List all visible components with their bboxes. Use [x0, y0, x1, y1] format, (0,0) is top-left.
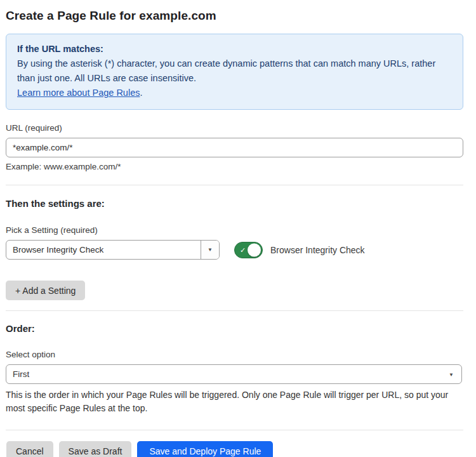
chevron-down-icon[interactable]: ▼: [201, 241, 219, 259]
setting-dropdown-value: Browser Integrity Check: [6, 241, 201, 259]
save-deploy-button[interactable]: Save and Deploy Page Rule: [137, 441, 273, 457]
url-example-text: Example: www.example.com/*: [6, 162, 463, 171]
toggle-knob: [248, 243, 261, 256]
link-suffix: .: [140, 88, 142, 98]
settings-section-heading: Then the settings are:: [6, 198, 463, 209]
order-select[interactable]: First ▼: [6, 364, 462, 384]
learn-more-link[interactable]: Learn more about Page Rules: [17, 88, 140, 98]
form-actions: Cancel Save as Draft Save and Deploy Pag…: [6, 441, 463, 457]
order-helper-text: This is the order in which your Page Rul…: [6, 388, 463, 415]
page-title: Create a Page Rule for example.com: [6, 9, 463, 23]
divider: [6, 310, 463, 311]
url-input[interactable]: [6, 138, 463, 157]
divider: [6, 185, 463, 185]
order-select-value: First: [13, 369, 29, 379]
divider: [6, 430, 463, 430]
toggle-label: Browser Integrity Check: [270, 245, 365, 255]
save-draft-button[interactable]: Save as Draft: [59, 441, 132, 457]
cancel-button[interactable]: Cancel: [6, 441, 53, 457]
url-match-info-box: If the URL matches: By using the asteris…: [6, 34, 463, 110]
check-icon: ✓: [240, 246, 246, 253]
chevron-down-icon: ▼: [449, 371, 454, 377]
url-field-label: URL (required): [6, 123, 463, 133]
add-setting-button[interactable]: + Add a Setting: [6, 281, 85, 300]
browser-integrity-toggle[interactable]: ✓: [234, 242, 263, 258]
setting-row: Browser Integrity Check ▼ ✓ Browser Inte…: [6, 240, 463, 260]
info-box-link-line: Learn more about Page Rules.: [17, 86, 452, 100]
page-rule-form: Create a Page Rule for example.com If th…: [0, 0, 476, 457]
info-box-heading: If the URL matches:: [17, 42, 452, 56]
setting-dropdown[interactable]: Browser Integrity Check ▼: [6, 240, 220, 260]
pick-setting-label: Pick a Setting (required): [6, 225, 463, 235]
order-section-heading: Order:: [6, 323, 463, 334]
order-select-label: Select option: [6, 350, 463, 359]
toggle-group: ✓ Browser Integrity Check: [234, 242, 365, 258]
info-box-body: By using the asterisk (*) character, you…: [17, 56, 452, 86]
